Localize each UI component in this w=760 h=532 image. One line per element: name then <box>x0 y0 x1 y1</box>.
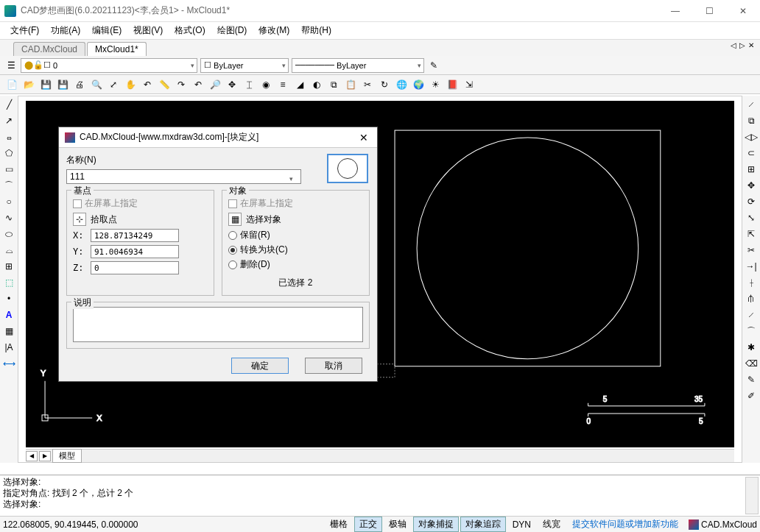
delete-radio[interactable]: 删除(D) <box>228 258 363 271</box>
edit2-icon[interactable]: ✐ <box>744 389 759 403</box>
stretch-icon[interactable]: ⇱ <box>744 227 759 241</box>
x-input[interactable] <box>91 229 179 242</box>
convert-radio[interactable]: 转换为块(C) <box>228 244 363 256</box>
zoom-extents-icon[interactable]: ⤢ <box>106 77 121 92</box>
ok-button[interactable]: 确定 <box>231 358 289 374</box>
status-polar[interactable]: 极轴 <box>384 517 412 532</box>
arc-icon[interactable]: ⌒ <box>1 178 16 193</box>
save-icon[interactable]: 💾 <box>38 77 53 92</box>
chamfer-icon[interactable]: ⟋ <box>744 308 759 322</box>
polyline-icon[interactable]: ⏛ <box>1 130 16 144</box>
zoom-icon[interactable]: 🔎 <box>208 77 222 92</box>
measure-icon[interactable]: 📏 <box>157 77 172 92</box>
erase2-icon[interactable]: ⌫ <box>744 356 759 371</box>
modify-icon-1[interactable]: ⟋ <box>744 97 759 112</box>
pickpoint-icon[interactable]: ⊹ <box>73 213 86 226</box>
menu-view[interactable]: 视图(V) <box>129 23 167 38</box>
color-icon[interactable]: ◉ <box>258 77 273 92</box>
dialog-close-button[interactable]: ✕ <box>356 132 371 143</box>
close-button[interactable]: ✕ <box>726 0 760 22</box>
mtext-icon[interactable]: |A <box>1 340 16 355</box>
menu-format[interactable]: 格式(O) <box>170 23 209 38</box>
layers-icon[interactable]: ☰ <box>4 59 18 72</box>
retain-radio[interactable]: 保留(R) <box>228 229 363 241</box>
point-icon[interactable]: • <box>1 291 16 306</box>
tab-next-icon[interactable]: ▶ <box>39 451 51 461</box>
base-onscreen-check[interactable]: 在屏幕上指定 <box>73 197 208 210</box>
tab-prev-icon[interactable]: ◀ <box>26 451 38 461</box>
menu-help[interactable]: 帮助(H) <box>297 23 336 38</box>
export-icon[interactable]: ⇲ <box>462 77 476 92</box>
brush-icon[interactable]: ✎ <box>427 59 440 72</box>
menu-modify[interactable]: 修改(M) <box>254 23 294 38</box>
trim-icon[interactable]: ✂ <box>744 243 759 258</box>
make-block-icon[interactable]: ⬚ <box>1 275 16 290</box>
dialog-titlebar[interactable]: CAD.MxCloud-[www.mxdraw3d.com]-[块定义] ✕ <box>59 127 377 148</box>
status-feedback-link[interactable]: 提交软件问题或增加新功能 <box>567 517 683 532</box>
move-icon[interactable]: ✥ <box>225 77 239 92</box>
array-icon[interactable]: ⊞ <box>744 162 759 177</box>
scale-icon[interactable]: ⤡ <box>744 210 759 225</box>
sun-icon[interactable]: ☀ <box>428 77 443 92</box>
circle-icon[interactable]: ○ <box>1 194 16 209</box>
properties-icon[interactable]: ≡ <box>275 77 290 92</box>
rectangle-icon[interactable]: ▭ <box>1 162 16 177</box>
color-combo[interactable]: ☐ ByLayer▾ <box>200 58 289 73</box>
tab-active[interactable]: MxCloud1* <box>87 42 147 56</box>
minimize-button[interactable]: — <box>658 0 692 22</box>
menu-draw[interactable]: 绘图(D) <box>213 23 252 38</box>
status-grid[interactable]: 栅格 <box>325 517 353 532</box>
move2-icon[interactable]: ✥ <box>744 178 759 193</box>
y-input[interactable] <box>91 245 179 258</box>
linetype-combo[interactable]: ──────── ByLayer▾ <box>292 58 424 73</box>
layer-combo[interactable]: ⬤🔓☐ 0▾ <box>21 58 197 73</box>
status-otrack[interactable]: 对象追踪 <box>460 517 506 532</box>
erase-icon[interactable]: ⌶ <box>242 77 256 92</box>
redo-icon[interactable]: ↷ <box>174 77 189 92</box>
description-input[interactable] <box>73 307 363 342</box>
pan-icon[interactable]: ✋ <box>123 77 138 92</box>
modify-icon-2[interactable]: ⧉ <box>744 113 759 128</box>
ray-icon[interactable]: ↗ <box>1 113 16 128</box>
explode-icon[interactable]: ✱ <box>744 340 759 355</box>
status-osnap[interactable]: 对象捕捉 <box>413 517 459 532</box>
refresh-icon[interactable]: ↻ <box>377 77 392 92</box>
dimension-icon[interactable]: ⟷ <box>1 356 16 371</box>
ellipse-arc-icon[interactable]: ⌓ <box>1 243 16 258</box>
undo-icon[interactable]: ↶ <box>191 77 205 92</box>
saveas-icon[interactable]: 💾 <box>55 77 70 92</box>
cut-icon[interactable]: ✂ <box>360 77 375 92</box>
obj-onscreen-check[interactable]: 在屏幕上指定 <box>228 197 363 210</box>
earth-icon[interactable]: 🌐 <box>394 77 409 92</box>
menu-edit[interactable]: 编辑(E) <box>88 23 126 38</box>
text-a-icon[interactable]: A <box>1 308 16 322</box>
extend-icon[interactable]: →| <box>744 259 759 274</box>
line-icon[interactable]: ╱ <box>1 97 16 112</box>
tab-cloud[interactable]: CAD.MxCloud <box>13 42 85 56</box>
paste-icon[interactable]: 📋 <box>343 77 358 92</box>
offset-icon[interactable]: ⊂ <box>744 146 759 160</box>
join-icon[interactable]: ⫛ <box>744 291 759 306</box>
hatch-icon[interactable]: ▦ <box>1 324 16 338</box>
polygon-icon[interactable]: ⬠ <box>1 146 16 160</box>
new-icon[interactable]: 📄 <box>4 77 19 92</box>
insert-block-icon[interactable]: ⊞ <box>1 259 16 274</box>
status-ortho[interactable]: 正交 <box>354 517 382 532</box>
edit-icon[interactable]: ✎ <box>744 372 759 387</box>
menu-file[interactable]: 文件(F) <box>6 23 43 38</box>
maximize-button[interactable]: ☐ <box>692 0 726 22</box>
open-icon[interactable]: 📂 <box>21 77 36 92</box>
break-icon[interactable]: ⟊ <box>744 275 759 290</box>
name-dropdown-icon[interactable]: ▾ <box>289 175 293 182</box>
z-input[interactable] <box>91 261 179 274</box>
fillet-icon[interactable]: ⌒ <box>744 324 759 338</box>
print-icon[interactable]: 🖨 <box>72 77 87 92</box>
block-name-input[interactable] <box>66 169 301 184</box>
globe-icon[interactable]: 🌍 <box>411 77 426 92</box>
cmd-scrollbar[interactable] <box>745 477 759 514</box>
zoom-prev-icon[interactable]: ↶ <box>140 77 155 92</box>
highlight-icon[interactable]: ◢ <box>292 77 307 92</box>
mirror-icon[interactable]: ◁▷ <box>744 130 759 144</box>
status-lw[interactable]: 线宽 <box>538 517 566 532</box>
model-tab[interactable]: 模型 <box>52 449 82 463</box>
